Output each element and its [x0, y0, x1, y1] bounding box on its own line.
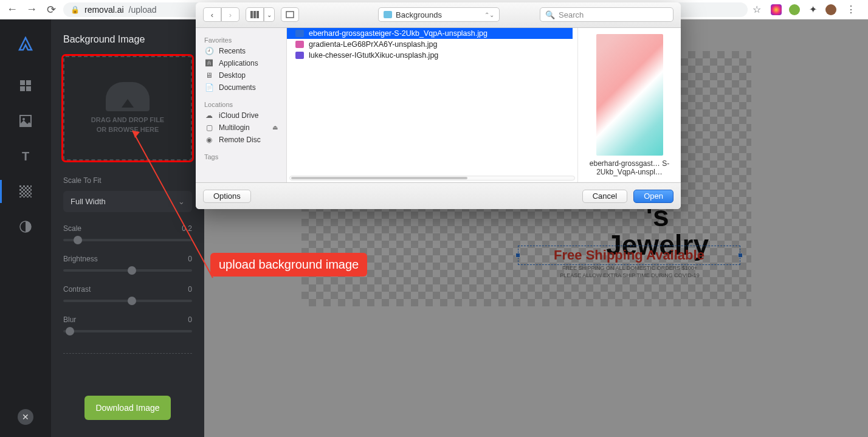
- sidebar-item-icon: 🖥: [204, 71, 214, 80]
- finder-horizontal-scrollbar[interactable]: [287, 174, 577, 182]
- finder-sidebar-item[interactable]: ☁iCloud Drive: [196, 109, 286, 122]
- svg-rect-11: [253, 11, 256, 18]
- file-open-dialog: ‹ › ⌄ Backgrounds ⌃⌄ 🔍 Search Favorites …: [196, 2, 681, 209]
- finder-location-label: Backgrounds: [396, 10, 442, 19]
- rail-background-icon[interactable]: [16, 182, 35, 201]
- slider-label: Blur0: [63, 315, 192, 324]
- divider: [63, 353, 192, 354]
- finder-footer: Options Cancel Open: [196, 182, 681, 209]
- slider-blur[interactable]: [63, 330, 192, 332]
- nav-reload-button[interactable]: ⟳: [44, 2, 58, 17]
- finder-group-button[interactable]: [281, 7, 299, 22]
- finder-search-input[interactable]: 🔍 Search: [540, 7, 673, 22]
- search-icon: 🔍: [545, 10, 555, 19]
- extension-icon[interactable]: [771, 4, 782, 15]
- sidebar-item-icon: 📄: [204, 83, 214, 92]
- svg-rect-8: [19, 185, 32, 198]
- rail-close-button[interactable]: ✕: [18, 409, 33, 425]
- chevron-updown-icon: ⌃⌄: [484, 12, 494, 18]
- finder-file-column: eberhard-grossgasteiger-S-2Ukb_VqpA-unsp…: [287, 28, 577, 183]
- eject-icon[interactable]: ⏏: [272, 124, 278, 131]
- lock-icon: 🔒: [71, 5, 80, 14]
- finder-file-row[interactable]: luke-chesser-IGtutkXikuc-unsplash.jpg: [287, 50, 573, 61]
- upload-cloud-icon: [106, 82, 150, 111]
- select-value: Full Width: [71, 197, 106, 206]
- rail-image-icon[interactable]: [16, 112, 35, 130]
- finder-sidebar-item[interactable]: 🅰Applications: [196, 57, 286, 69]
- finder-view-columns-button[interactable]: [246, 7, 264, 22]
- url-host: removal.ai: [84, 5, 124, 15]
- svg-line-14: [133, 131, 213, 278]
- rail-contrast-icon[interactable]: [16, 218, 35, 236]
- finder-search-placeholder: Search: [559, 10, 584, 19]
- finder-forward-button[interactable]: ›: [221, 7, 239, 22]
- finder-sidebar-item[interactable]: 📄Documents: [196, 81, 286, 94]
- panel-title: Background Image: [63, 34, 192, 45]
- finder-back-button[interactable]: ‹: [203, 7, 221, 22]
- app-logo[interactable]: [17, 36, 34, 51]
- finder-file-row[interactable]: gradienta-LeG68PrXA6Y-unsplash.jpg: [287, 39, 573, 50]
- nav-forward-button[interactable]: →: [24, 2, 39, 17]
- url-path: /upload: [129, 5, 157, 15]
- finder-preview-pane: eberhard-grossgast… S-2Ukb_VqpA-unspl…: [577, 28, 681, 183]
- preview-thumbnail: [596, 34, 663, 156]
- extensions-puzzle-icon[interactable]: ✦: [807, 4, 818, 15]
- finder-cancel-button[interactable]: Cancel: [582, 190, 627, 203]
- finder-file-row[interactable]: eberhard-grossgasteiger-S-2Ukb_VqpA-unsp…: [287, 28, 573, 39]
- svg-rect-10: [250, 11, 253, 18]
- extension-tray: ✦ ⋮: [766, 4, 863, 15]
- finder-sidebar-item[interactable]: 🕘Recents: [196, 45, 286, 57]
- svg-rect-12: [257, 11, 259, 18]
- sidebar-item-icon: 🕘: [204, 47, 214, 55]
- folder-icon: [384, 11, 392, 18]
- nav-back-button[interactable]: ←: [5, 2, 19, 17]
- file-thumbnail-icon: [295, 41, 304, 48]
- finder-open-button[interactable]: Open: [633, 190, 673, 203]
- finder-location-dropdown[interactable]: Backgrounds ⌃⌄: [378, 7, 500, 22]
- bookmark-star-icon[interactable]: ☆: [753, 4, 761, 15]
- finder-toolbar: ‹ › ⌄ Backgrounds ⌃⌄ 🔍 Search: [196, 2, 681, 28]
- svg-rect-3: [26, 86, 31, 91]
- browser-menu-icon[interactable]: ⋮: [844, 4, 858, 15]
- rail-text-icon[interactable]: T: [16, 147, 35, 165]
- svg-rect-0: [20, 80, 25, 85]
- finder-view-dropdown[interactable]: ⌄: [264, 7, 275, 22]
- rail-templates-icon[interactable]: [16, 77, 35, 95]
- file-thumbnail-icon: [295, 52, 304, 59]
- tool-rail: T ✕: [0, 19, 51, 437]
- svg-rect-1: [26, 80, 31, 85]
- file-thumbnail-icon: [295, 30, 304, 37]
- svg-rect-2: [20, 86, 25, 91]
- profile-avatar[interactable]: [825, 4, 836, 15]
- favorites-header: Favorites: [196, 34, 286, 45]
- sidebar-item-icon: 🅰: [204, 59, 214, 67]
- preview-filename: eberhard-grossgast… S-2Ukb_VqpA-unspl…: [584, 159, 675, 177]
- svg-point-5: [22, 118, 25, 120]
- extension-icon[interactable]: [789, 4, 800, 15]
- sidebar-item-icon: ☁: [204, 111, 214, 120]
- finder-sidebar-item[interactable]: 🖥Desktop: [196, 69, 286, 81]
- slider-contrast[interactable]: [63, 300, 192, 302]
- svg-rect-13: [286, 12, 294, 18]
- annotation-label: upload background image: [210, 253, 367, 277]
- download-button[interactable]: Download Image: [84, 396, 170, 420]
- locations-header: Locations: [196, 98, 286, 109]
